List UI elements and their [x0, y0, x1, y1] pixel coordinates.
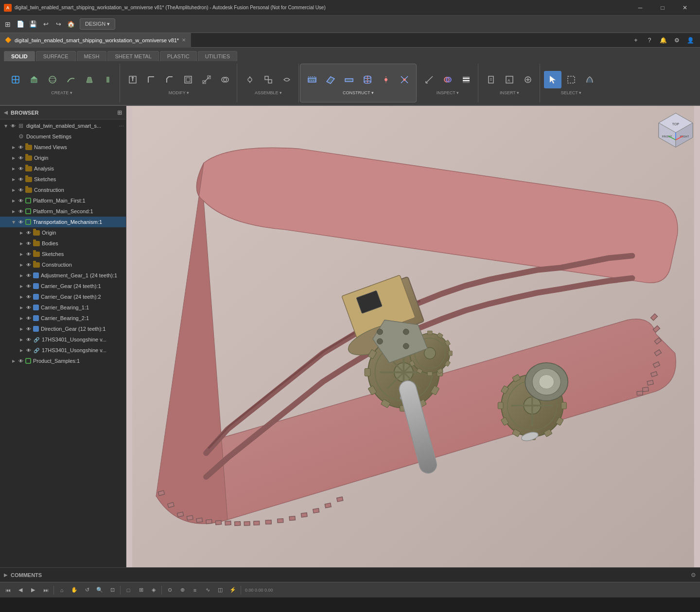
visibility-icon-ps[interactable] [18, 357, 24, 364]
point-edges-btn[interactable] [396, 71, 413, 88]
tree-item-direction-gear[interactable]: Direction_Gear (12 teeth):1 [0, 323, 126, 334]
interference-btn[interactable] [439, 71, 456, 88]
new-tab-button[interactable]: + [630, 34, 642, 46]
extrude-btn[interactable] [25, 71, 43, 88]
close-button[interactable]: ✕ [674, 0, 696, 16]
tree-item-tm-sketches[interactable]: Sketches [0, 249, 126, 259]
tree-arrow-origin[interactable] [10, 154, 18, 162]
design-button[interactable]: DESIGN ▾ [80, 18, 115, 30]
tool-6[interactable]: ⚡ [227, 584, 239, 596]
tab-settings-icon[interactable]: ⚙ [671, 34, 682, 46]
tree-arrow-analysis[interactable] [10, 165, 18, 172]
revolve-btn[interactable] [44, 71, 61, 88]
active-tab[interactable]: 🔶 digital_twin_enabled_smart_shipping_wo… [0, 33, 191, 48]
visibility-icon-us1[interactable] [25, 336, 32, 343]
minimize-button[interactable]: ─ [629, 0, 651, 16]
tree-arrow-construction-1[interactable] [10, 186, 18, 194]
tree-item-carrier-gear-2[interactable]: Carrier_Gear (24 teeth):2 [0, 291, 126, 302]
home-icon[interactable]: 🏠 [65, 18, 77, 30]
tool-2[interactable]: ⊕ [176, 584, 188, 596]
browser-expand-icon[interactable]: ⊞ [117, 109, 122, 116]
tab-solid[interactable]: SOLID [4, 51, 35, 61]
viewport[interactable]: TOP FRONT RIGHT CONSTRUCT - [126, 106, 700, 567]
visibility-icon-tm-sketches[interactable] [25, 251, 32, 257]
tree-item-adj-gear[interactable]: Adjustment_Gear_1 (24 teeth):1 [0, 270, 126, 281]
joint-btn[interactable] [241, 71, 259, 88]
point-vertex-btn[interactable] [377, 71, 395, 88]
tree-arrow-ps[interactable] [10, 357, 18, 365]
window-select-btn[interactable] [562, 71, 580, 88]
tab-close-icon[interactable]: ✕ [182, 37, 186, 43]
tree-item-platform-main-first[interactable]: Platform_Main_First:1 [0, 195, 126, 206]
zoom-btn[interactable]: 🔍 [94, 584, 105, 596]
play-button[interactable]: ▶ [27, 584, 39, 596]
pan-btn[interactable]: ✋ [69, 584, 80, 596]
tree-arrow-tm-bodies[interactable] [18, 239, 25, 247]
tree-arrow-tm-sketches[interactable] [18, 250, 25, 258]
zoom-fit-btn[interactable]: ⊡ [106, 584, 118, 596]
tab-plastic[interactable]: PLASTIC [160, 51, 197, 61]
tree-arrow-cg2[interactable] [18, 293, 25, 301]
tree-options-root[interactable]: ⋯ [119, 123, 124, 129]
axis-cylinder-btn[interactable] [359, 71, 376, 88]
new-component-btn[interactable] [7, 71, 24, 88]
motion-link-btn[interactable] [278, 71, 296, 88]
tree-arrow-sketches[interactable] [10, 175, 18, 183]
chamfer-btn[interactable] [161, 71, 178, 88]
visibility-icon-tm-bodies[interactable] [25, 240, 32, 247]
tree-item-root[interactable]: ⊞ digital_twin_enabled_smart_s... ⋯ [0, 120, 126, 131]
tree-arrow-tm[interactable] [10, 218, 18, 226]
visibility-icon-construction-1[interactable] [18, 187, 24, 193]
visibility-icon-tm[interactable] [18, 219, 24, 225]
tool-1[interactable]: ⊙ [164, 584, 175, 596]
midplane-btn[interactable] [340, 71, 358, 88]
tool-5[interactable]: ◫ [214, 584, 226, 596]
apps-icon[interactable]: ⊞ [2, 18, 14, 30]
tree-arrow-dg[interactable] [18, 325, 25, 333]
tree-item-doc-settings[interactable]: ⚙ Document Settings [0, 131, 126, 142]
tree-arrow-cg1[interactable] [18, 282, 25, 290]
tree-arrow-tm-construction[interactable] [18, 261, 25, 269]
last-frame-button[interactable]: ⏭ [40, 584, 52, 596]
visibility-icon-pmf[interactable] [18, 197, 24, 204]
visibility-icon-origin[interactable] [18, 154, 24, 161]
tree-item-tm-origin[interactable]: Origin [0, 227, 126, 238]
tree-item-carrier-gear-1[interactable]: Carrier_Gear (24 teeth):1 [0, 281, 126, 291]
tree-item-carrier-bearing-1[interactable]: Carrier_Bearing_1:1 [0, 302, 126, 313]
tree-item-carrier-bearing-2[interactable]: Carrier_Bearing_2:1 [0, 313, 126, 323]
tab-help-icon[interactable]: ? [644, 34, 655, 46]
tree-arrow-root[interactable] [2, 122, 10, 130]
insert-derive-btn[interactable] [482, 71, 500, 88]
browser-collapse-icon[interactable]: ◀ [4, 110, 8, 115]
save-icon[interactable]: 💾 [27, 18, 39, 30]
tree-arrow-named-views[interactable] [10, 143, 18, 151]
tree-item-usong-1[interactable]: 🔗 17HS3401_Usongshine v... [0, 334, 126, 345]
tree-arrow-us1[interactable] [18, 336, 25, 343]
grid-btn[interactable]: ⊞ [135, 584, 147, 596]
tree-item-product-samples[interactable]: Product_Samples:1 [0, 356, 126, 366]
plane-at-angle-btn[interactable] [322, 71, 339, 88]
tree-item-construction-1[interactable]: Construction [0, 185, 126, 195]
visibility-icon-cb2[interactable] [25, 315, 32, 322]
visibility-icon-named-views[interactable] [18, 144, 24, 151]
tab-mesh[interactable]: MESH [77, 51, 107, 61]
tree-item-usong-2[interactable]: 🔗 17HS3401_Usongshine v... [0, 345, 126, 356]
comments-expand-icon[interactable]: ▶ [4, 572, 8, 578]
offset-plane-btn[interactable] [303, 71, 321, 88]
paint-select-btn[interactable] [581, 71, 598, 88]
visibility-icon-tm-origin[interactable] [25, 229, 32, 236]
select-btn[interactable] [544, 71, 561, 88]
tree-item-tm-bodies[interactable]: Bodies [0, 238, 126, 249]
measure-btn[interactable] [420, 71, 438, 88]
fillet-btn[interactable] [142, 71, 160, 88]
tree-arrow-cb2[interactable] [18, 314, 25, 322]
decal-btn[interactable]: A [501, 71, 518, 88]
view-home-btn[interactable]: ⌂ [56, 584, 68, 596]
tool-4[interactable]: ∿ [202, 584, 213, 596]
tree-item-origin[interactable]: Origin [0, 153, 126, 163]
tree-arrow-pms[interactable] [10, 207, 18, 215]
loft-btn[interactable] [81, 71, 98, 88]
visibility-icon-adj-gear[interactable] [25, 272, 32, 279]
visibility-icon-dg[interactable] [25, 325, 32, 332]
first-frame-button[interactable]: ⏮ [2, 584, 14, 596]
